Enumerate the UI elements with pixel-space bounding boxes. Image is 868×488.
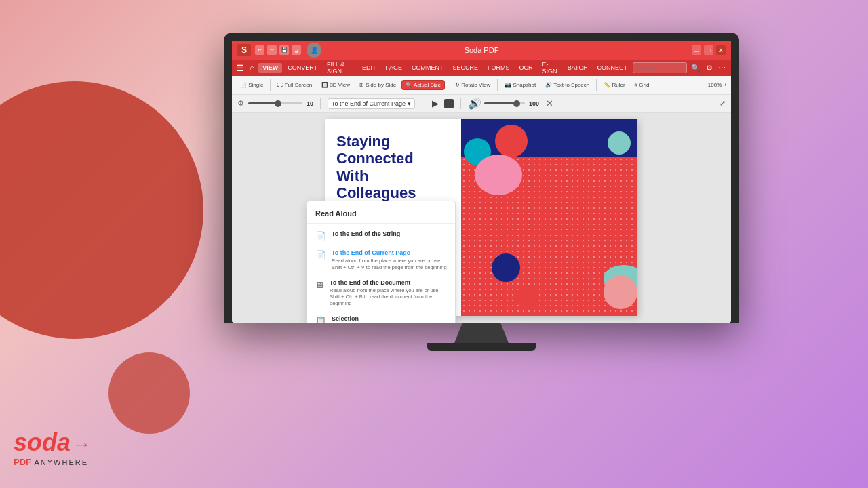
toolbar-tts[interactable]: 🔊 Text to Speech: [541, 80, 593, 90]
toolbar-snapshot[interactable]: 📷 Snapshot: [500, 80, 540, 90]
zoom-value: 100%: [708, 82, 722, 88]
vol-track: [484, 102, 525, 104]
toolbar-sep-1: [270, 79, 271, 92]
read-aloud-dropdown[interactable]: To the End of Current Page ▾: [328, 98, 415, 109]
toolbar-sep-4: [596, 79, 597, 92]
search-icon[interactable]: 🔍: [690, 64, 702, 73]
menu-item-view[interactable]: VIEW: [258, 63, 282, 73]
ra-content-string: To the End of the String: [332, 230, 400, 239]
stop-button[interactable]: [444, 99, 454, 108]
ra-item-string[interactable]: 📄 To the End of the String: [307, 226, 455, 245]
close-secondary[interactable]: ✕: [546, 98, 553, 108]
toolbar-3dview[interactable]: 🔲 3D View: [317, 80, 354, 90]
menu-item-batch[interactable]: BATCH: [564, 63, 592, 73]
toolbar-sep-3: [497, 79, 498, 92]
menu-item-esign[interactable]: E-SIGN: [538, 60, 561, 76]
menu-item-secure[interactable]: SECURE: [448, 63, 482, 73]
hamburger-menu[interactable]: ☰: [236, 63, 244, 73]
pdf-title-line1: Staying: [336, 133, 390, 150]
pdf-circle-red-top: [495, 125, 528, 157]
dropdown-label: To the End of Current Page: [332, 100, 406, 107]
pdf-view: Staying Connected With Colleagues Creati…: [232, 113, 731, 323]
ra-title-string: To the End of the String: [332, 230, 400, 237]
monitor-screen: S ↩ ↪ 💾 🖨 👤 Soda PDF — □ ✕ ☰ ⌂: [232, 41, 731, 323]
menu-item-convert[interactable]: CONVERT: [283, 63, 321, 73]
ra-item-current-page[interactable]: 📄 To the End of Current Page Read aloud …: [307, 245, 455, 275]
menu-search: 🔍 ⚙ ⋯: [633, 62, 727, 73]
ra-content-document: To the End of the Document Read aloud fr…: [330, 279, 447, 307]
app-title: Soda PDF: [465, 46, 499, 54]
menu-item-connect[interactable]: CONNECT: [593, 63, 632, 73]
ra-icon-document: 🖥: [315, 280, 324, 290]
toolbar-grid[interactable]: # Grid: [631, 80, 654, 90]
speed-thumb[interactable]: [275, 100, 281, 107]
menu-item-forms[interactable]: FORMS: [484, 63, 514, 73]
ra-desc-document: Read aloud from the place where you are …: [330, 287, 447, 307]
soda-logo-bottom: PDF ANYWHERE: [14, 455, 91, 468]
expand-btn[interactable]: ⤢: [719, 99, 726, 108]
ra-content-current-page: To the End of Current Page Read aloud fr…: [332, 249, 447, 271]
soda-logo-text: soda: [14, 430, 71, 455]
ra-title-current-page: To the End of Current Page: [332, 249, 447, 256]
menu-item-ocr[interactable]: OCR: [515, 63, 536, 73]
soda-logo-pdf: PDF: [14, 457, 31, 467]
ra-title-document: To the End of the Document: [330, 279, 447, 286]
sep: [320, 98, 321, 109]
window-controls: — □ ✕: [692, 45, 726, 55]
soda-logo-anywhere: ANYWHERE: [34, 458, 88, 466]
read-aloud-menu: Read Aloud 📄 To the End of the String 📄 …: [307, 201, 456, 323]
user-profile[interactable]: 👤: [307, 43, 321, 58]
ra-title-selection: Selection: [332, 315, 359, 322]
settings-icon-secondary[interactable]: ⚙: [237, 99, 244, 108]
ra-item-selection[interactable]: 📋 Selection: [307, 311, 455, 323]
ra-item-document[interactable]: 🖥 To the End of the Document Read aloud …: [307, 275, 455, 311]
pdf-circle-red-bottom: [515, 285, 539, 309]
playback-controls: ▶: [429, 98, 454, 110]
speed-slider[interactable]: [248, 102, 302, 104]
maximize-button[interactable]: □: [704, 45, 713, 55]
pdf-title-line2: Connected: [336, 150, 414, 167]
toolbar-single[interactable]: 📄 Single: [236, 80, 267, 90]
zoom-out-btn[interactable]: −: [703, 82, 706, 88]
pdf-circle-pink: [475, 155, 522, 195]
monitor: S ↩ ↪ 💾 🖨 👤 Soda PDF — □ ✕ ☰ ⌂: [224, 33, 739, 351]
soda-logo-row: soda →: [14, 430, 91, 455]
ra-icon-selection: 📋: [315, 316, 326, 323]
speed-fill: [248, 102, 278, 104]
settings-icon[interactable]: ⚙: [705, 64, 714, 73]
toolbar-rotateview[interactable]: ↻ Rotate View: [451, 80, 494, 90]
ra-content-selection: Selection: [332, 315, 359, 323]
menu-item-fillsign[interactable]: FILL & SIGN: [323, 60, 357, 76]
toolbar-actualsize[interactable]: 🔍 Actual Size: [401, 80, 445, 90]
toolbar-zoom: − 100% +: [703, 82, 727, 88]
toolbar-fullscreen[interactable]: ⛶ Full Screen: [273, 80, 316, 90]
play-button[interactable]: ▶: [429, 98, 441, 110]
app-logo: S: [237, 44, 251, 56]
dropdown-arrow: ▾: [408, 100, 411, 107]
bg-circle-red-small: [108, 352, 190, 434]
menu-item-edit[interactable]: EDIT: [358, 63, 380, 73]
pdf-title-line4: Colleagues: [336, 184, 416, 201]
volume-slider[interactable]: 🔊: [468, 97, 525, 110]
speed-track: [248, 102, 302, 104]
toolbar-ruler[interactable]: 📏 Ruler: [599, 80, 629, 90]
minimize-button[interactable]: —: [692, 45, 701, 55]
redo-button[interactable]: ↪: [267, 45, 277, 55]
vol-thumb[interactable]: [513, 100, 520, 107]
print-button[interactable]: 🖨: [292, 45, 301, 55]
sep2: [422, 98, 422, 109]
pdf-right-graphics: [461, 119, 637, 316]
pdf-circle-mint: [608, 131, 631, 155]
menu-item-page[interactable]: PAGE: [382, 63, 406, 73]
close-button[interactable]: ✕: [716, 45, 726, 55]
home-button[interactable]: ⌂: [250, 63, 254, 73]
menu-item-comment[interactable]: COMMENT: [408, 63, 448, 73]
save-button[interactable]: 💾: [279, 45, 289, 55]
toolbar-sidebyside[interactable]: ⊞ Side by Side: [355, 80, 400, 90]
zoom-in-btn[interactable]: +: [724, 82, 727, 88]
undo-button[interactable]: ↩: [255, 45, 264, 55]
search-input[interactable]: [633, 62, 687, 73]
help-icon[interactable]: ⋯: [717, 64, 727, 73]
titlebar-controls-left: ↩ ↪ 💾 🖨: [255, 45, 301, 55]
ra-icon-current-page: 📄: [315, 250, 326, 260]
